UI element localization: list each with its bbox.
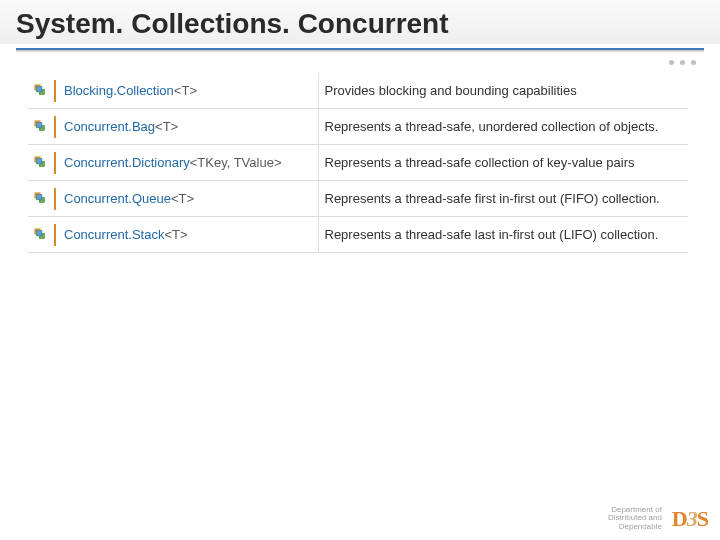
class-name: Concurrent.Stack [64,227,164,242]
class-table: Blocking.Collection<T>Provides blocking … [28,73,688,253]
table-row: Concurrent.Bag<T>Represents a thread-saf… [28,109,688,145]
class-name-cell: Concurrent.Bag<T> [58,109,318,145]
class-name: Concurrent.Queue [64,191,171,206]
class-description: Represents a thread-safe first in-first … [318,181,688,217]
class-name-cell: Blocking.Collection<T> [58,73,318,109]
type-param: <T> [164,227,187,242]
class-icon [28,145,54,181]
type-param: <T> [171,191,194,206]
svg-rect-2 [37,86,42,91]
class-icon [28,109,54,145]
class-icon-svg [34,156,48,170]
table-row: Concurrent.Dictionary<TKey, TValue>Repre… [28,145,688,181]
class-icon-svg [34,84,48,98]
table-row: Blocking.Collection<T>Provides blocking … [28,73,688,109]
footer-dept-text: Department of Distributed and Dependable [608,506,662,532]
class-icon [28,181,54,217]
class-icon-svg [34,192,48,206]
svg-rect-11 [37,194,42,199]
class-icon [28,73,54,109]
class-name-cell: Concurrent.Dictionary<TKey, TValue> [58,145,318,181]
class-description: Represents a thread-safe last in-first o… [318,217,688,253]
title-area: System. Collections. Concurrent [0,0,720,44]
table-row: Concurrent.Stack<T>Represents a thread-s… [28,217,688,253]
logo-d-char: D [672,506,687,531]
svg-rect-5 [37,122,42,127]
class-name-cell: Concurrent.Stack<T> [58,217,318,253]
type-param: <T> [174,83,197,98]
class-name-cell: Concurrent.Queue<T> [58,181,318,217]
footer-line: Dependable [608,523,662,532]
decorative-dots [669,60,696,65]
footer-logo: D3S [672,506,708,532]
class-name: Blocking.Collection [64,83,174,98]
footer: Department of Distributed and Dependable… [608,506,708,532]
logo-3-char: 3 [687,506,697,531]
title-shadow [16,50,704,53]
table-row: Concurrent.Queue<T>Represents a thread-s… [28,181,688,217]
type-param: <T> [155,119,178,134]
svg-rect-14 [37,230,42,235]
class-description: Represents a thread-safe collection of k… [318,145,688,181]
page-title: System. Collections. Concurrent [16,8,704,40]
logo-s-char: S [697,506,708,531]
class-icon [28,217,54,253]
type-param: <TKey, TValue> [190,155,282,170]
class-icon-svg [34,228,48,242]
class-name: Concurrent.Dictionary [64,155,190,170]
class-description: Represents a thread-safe, unordered coll… [318,109,688,145]
svg-rect-8 [37,158,42,163]
class-icon-svg [34,120,48,134]
class-description: Provides blocking and bounding capabilit… [318,73,688,109]
class-name: Concurrent.Bag [64,119,155,134]
